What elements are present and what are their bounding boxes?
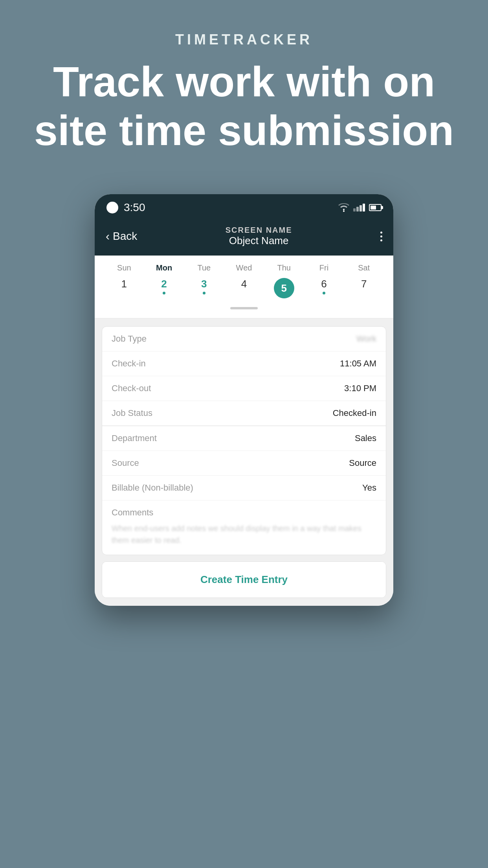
hero-title: Track work with on site time submission: [24, 57, 464, 155]
checkin-row: Check-in 11:05 AM: [102, 351, 386, 376]
more-options-icon[interactable]: [380, 232, 382, 241]
day-sun: Sun: [104, 263, 144, 272]
source-value: Source: [349, 458, 376, 468]
checkin-label: Check-in: [112, 359, 146, 369]
checkout-label: Check-out: [112, 383, 151, 394]
job-status-value: Checked-in: [333, 408, 376, 418]
back-label: Back: [113, 230, 137, 243]
job-type-value: Work: [356, 334, 376, 344]
checkout-value: 3:10 PM: [344, 383, 376, 394]
checkout-row: Check-out 3:10 PM: [102, 376, 386, 401]
comments-section: Comments When end-users add notes we sho…: [102, 500, 386, 555]
battery-icon: [369, 204, 382, 211]
job-type-label: Job Type: [112, 334, 147, 344]
app-name: TIMETRACKER: [175, 31, 313, 48]
date-4[interactable]: 4: [224, 278, 264, 298]
comments-label: Comments: [112, 508, 376, 518]
comments-text: When end-users add notes we should displ…: [112, 522, 376, 546]
department-value: Sales: [355, 433, 376, 443]
status-dot: [106, 202, 118, 213]
calendar-handle: [104, 305, 384, 314]
hero-section: TIMETRACKER Track work with on site time…: [0, 0, 488, 194]
wifi-icon: [338, 203, 349, 212]
department-row: Department Sales: [102, 426, 386, 451]
status-bar: 3:50: [95, 194, 393, 219]
day-fri: Fri: [304, 263, 344, 272]
create-time-entry-label: Create Time Entry: [200, 574, 288, 585]
calendar-days-header: Sun Mon Tue Wed Thu Fri Sat: [104, 263, 384, 272]
calendar-dates: 1 2 3 4 5 6 7: [104, 278, 384, 298]
back-button[interactable]: ‹ Back: [106, 230, 137, 243]
status-time: 3:50: [124, 201, 145, 214]
job-type-row: Job Type Work: [102, 327, 386, 351]
info-card: Job Type Work Check-in 11:05 AM Check-ou…: [102, 326, 386, 555]
status-left: 3:50: [106, 201, 145, 214]
job-status-label: Job Status: [112, 408, 152, 418]
day-mon: Mon: [144, 263, 184, 272]
checkin-value: 11:05 AM: [340, 359, 376, 369]
cta-card: Create Time Entry: [102, 561, 386, 598]
billable-row: Billable (Non-billable) Yes: [102, 476, 386, 500]
create-time-entry-button[interactable]: Create Time Entry: [102, 562, 386, 598]
date-3[interactable]: 3: [184, 278, 224, 298]
department-label: Department: [112, 433, 157, 443]
day-thu: Thu: [264, 263, 304, 272]
calendar-section: Sun Mon Tue Wed Thu Fri Sat 1 2 3 4: [95, 256, 393, 318]
day-tue: Tue: [184, 263, 224, 272]
day-sat: Sat: [344, 263, 384, 272]
source-label: Source: [112, 458, 139, 468]
job-status-row: Job Status Checked-in: [102, 401, 386, 426]
date-5[interactable]: 5: [264, 278, 304, 298]
screen-name: SCREEN NAME: [226, 226, 292, 235]
date-2[interactable]: 2: [144, 278, 184, 298]
date-7[interactable]: 7: [344, 278, 384, 298]
date-6[interactable]: 6: [304, 278, 344, 298]
day-wed: Wed: [224, 263, 264, 272]
source-row: Source Source: [102, 451, 386, 476]
status-right: [338, 203, 382, 212]
svg-point-0: [343, 210, 345, 212]
handle-bar: [230, 307, 258, 309]
back-chevron-icon: ‹: [106, 230, 110, 243]
signal-bars-icon: [353, 204, 365, 211]
billable-value: Yes: [362, 483, 376, 493]
phone-mockup: 3:50 ‹ Back: [95, 194, 393, 606]
content-area: Job Type Work Check-in 11:05 AM Check-ou…: [95, 318, 393, 606]
date-1[interactable]: 1: [104, 278, 144, 298]
object-name: Object Name: [229, 235, 289, 247]
nav-bar: ‹ Back SCREEN NAME Object Name: [95, 219, 393, 256]
billable-label: Billable (Non-billable): [112, 483, 193, 493]
nav-center: SCREEN NAME Object Name: [226, 226, 292, 247]
